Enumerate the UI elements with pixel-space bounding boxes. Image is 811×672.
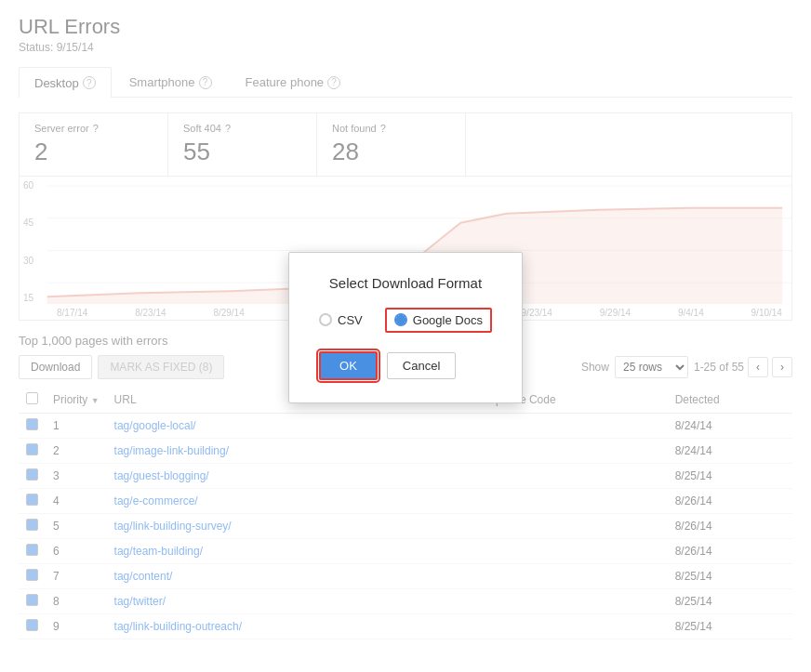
modal-options: CSV Google Docs (319, 308, 492, 333)
google-docs-wrapper: Google Docs (385, 308, 492, 333)
csv-radio[interactable] (319, 313, 332, 326)
google-docs-option[interactable]: Google Docs (394, 313, 483, 327)
modal-ok-button[interactable]: OK (319, 351, 378, 380)
modal-title: Select Download Format (319, 275, 492, 291)
modal-cancel-button[interactable]: Cancel (387, 352, 456, 379)
csv-option[interactable]: CSV (319, 313, 363, 327)
modal-actions: OK Cancel (319, 351, 492, 380)
modal-overlay: Select Download Format CSV Google Docs O… (0, 0, 811, 654)
google-docs-radio[interactable] (394, 313, 407, 326)
download-format-modal: Select Download Format CSV Google Docs O… (288, 252, 523, 403)
